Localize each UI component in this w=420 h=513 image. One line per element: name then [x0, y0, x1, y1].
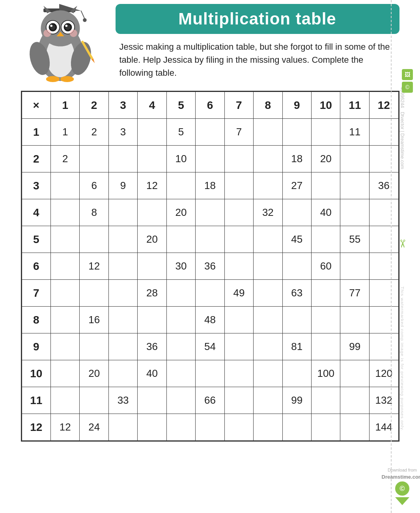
cell-10-5 [166, 360, 195, 387]
cell-12-6 [196, 414, 224, 441]
cell-10-3 [108, 360, 137, 387]
cell-4-7 [224, 199, 253, 226]
cell-8-3 [108, 307, 137, 333]
green-badges: 🖼 © [402, 69, 413, 93]
cell-1-3: 3 [108, 119, 137, 146]
multiplication-table: ×123456789101112112357112210182036912182… [22, 92, 399, 441]
multiply-symbol-cell: × [22, 92, 50, 119]
cell-9-9: 81 [282, 333, 311, 360]
cell-2-11 [340, 146, 369, 172]
green-triangle [395, 497, 409, 505]
cell-11-11 [340, 387, 369, 414]
cell-5-10 [312, 226, 340, 253]
cell-7-1 [50, 280, 79, 307]
dreamstime-text: Dreamstime.com [382, 474, 420, 480]
svg-point-3 [83, 18, 87, 22]
cell-12-4 [138, 414, 166, 441]
cell-9-11: 99 [340, 333, 369, 360]
cell-4-6 [196, 199, 224, 226]
cell-9-1 [50, 333, 79, 360]
table-header-row: ×123456789101112 [22, 92, 398, 119]
cell-6-7 [224, 253, 253, 280]
cell-5-11: 55 [340, 226, 369, 253]
cell-3-7 [224, 172, 253, 199]
row-label-9: 9 [22, 333, 50, 360]
cell-4-9 [282, 199, 311, 226]
cell-12-8 [254, 414, 282, 441]
cell-3-4: 12 [138, 172, 166, 199]
cell-2-7 [224, 146, 253, 172]
cell-10-10: 100 [312, 360, 340, 387]
cell-6-8 [254, 253, 282, 280]
cell-3-8 [254, 172, 282, 199]
cell-11-12: 132 [369, 387, 398, 414]
header-cell-9: 9 [282, 92, 311, 119]
cell-1-11: 11 [340, 119, 369, 146]
cell-7-12 [369, 280, 398, 307]
header-cell-6: 6 [196, 92, 224, 119]
cell-10-8 [254, 360, 282, 387]
cell-6-12 [369, 253, 398, 280]
svg-point-24 [46, 76, 59, 82]
cell-6-1 [50, 253, 79, 280]
header-cell-2: 2 [80, 92, 108, 119]
cell-10-2: 20 [80, 360, 108, 387]
cell-12-7 [224, 414, 253, 441]
table-row: 36912182736 [22, 172, 398, 199]
cell-4-11 [340, 199, 369, 226]
svg-point-25 [60, 76, 74, 82]
cell-6-11 [340, 253, 369, 280]
cell-12-10 [312, 414, 340, 441]
header-cell-12: 12 [369, 92, 398, 119]
cell-4-10: 40 [312, 199, 340, 226]
cell-9-8 [254, 333, 282, 360]
page-title: Multiplication table [127, 9, 388, 28]
cell-11-9: 99 [282, 387, 311, 414]
cell-10-4: 40 [138, 360, 166, 387]
cell-8-7 [224, 307, 253, 333]
cell-10-7 [224, 360, 253, 387]
cell-11-4 [138, 387, 166, 414]
cell-3-9: 27 [282, 172, 311, 199]
header: Multiplication table Jessic making a mul… [21, 4, 399, 83]
badge-icon-2: © [402, 82, 413, 93]
bottom-badges: Download from Dreamstime.com © [382, 468, 420, 505]
cell-9-7 [224, 333, 253, 360]
row-label-3: 3 [22, 172, 50, 199]
cell-1-7: 7 [224, 119, 253, 146]
cell-7-2 [80, 280, 108, 307]
cell-7-9: 63 [282, 280, 311, 307]
cell-7-3 [108, 280, 137, 307]
cell-4-4 [138, 199, 166, 226]
cell-12-12: 144 [369, 414, 398, 441]
header-cell-1: 1 [50, 92, 79, 119]
cell-2-1: 2 [50, 146, 79, 172]
header-cell-3: 3 [108, 92, 137, 119]
cell-4-12 [369, 199, 398, 226]
cell-11-6: 66 [196, 387, 224, 414]
cell-11-10 [312, 387, 340, 414]
cell-5-7 [224, 226, 253, 253]
cell-4-8: 32 [254, 199, 282, 226]
cell-6-3 [108, 253, 137, 280]
row-label-4: 4 [22, 199, 50, 226]
cell-8-9 [282, 307, 311, 333]
row-label-12: 12 [22, 414, 50, 441]
cell-2-8 [254, 146, 282, 172]
cell-11-8 [254, 387, 282, 414]
cell-6-5: 30 [166, 253, 195, 280]
cell-9-5 [166, 333, 195, 360]
cell-12-1: 12 [50, 414, 79, 441]
cell-8-2: 16 [80, 307, 108, 333]
cell-4-5: 20 [166, 199, 195, 226]
cell-12-9 [282, 414, 311, 441]
cell-11-5 [166, 387, 195, 414]
cell-11-7 [224, 387, 253, 414]
cell-5-3 [108, 226, 137, 253]
cell-7-7: 49 [224, 280, 253, 307]
cell-5-12 [369, 226, 398, 253]
cell-6-10: 60 [312, 253, 340, 280]
svg-marker-23 [91, 58, 95, 64]
cell-3-3: 9 [108, 172, 137, 199]
cell-1-8 [254, 119, 282, 146]
